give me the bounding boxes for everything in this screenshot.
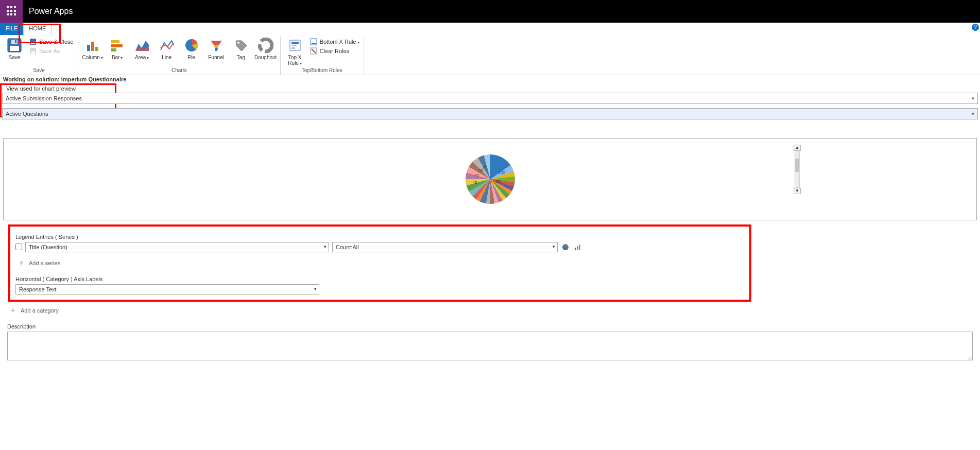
chart-area-button[interactable]: Area▾ <box>130 36 154 61</box>
view-dropdown-value: Active Submission Responses <box>6 95 82 101</box>
category-field-dropdown[interactable]: Response Text <box>15 284 319 295</box>
description-label: Description <box>7 323 973 330</box>
svg-rect-34 <box>291 47 295 49</box>
top-rule-icon <box>287 37 303 54</box>
bottomx-label: Bottom X Rule▾ <box>320 39 359 45</box>
svg-rect-16 <box>31 51 35 54</box>
plus-icon: + <box>18 259 25 267</box>
chevron-down-icon: ▾ <box>972 96 974 101</box>
svg-rect-10 <box>10 46 19 51</box>
save-as-button[interactable]: Save As <box>28 46 75 56</box>
series-checkbox[interactable] <box>15 244 22 250</box>
series-field-value: Title (Question) <box>29 244 67 250</box>
svg-rect-35 <box>311 39 317 45</box>
svg-marker-28 <box>215 48 218 51</box>
plus-icon: + <box>9 307 16 314</box>
annotation-red-box-saveclose <box>19 24 61 43</box>
bar-label: Bar▾ <box>112 55 123 61</box>
svg-rect-17 <box>87 45 90 51</box>
scroll-track[interactable] <box>795 151 800 188</box>
view-dropdown-primary[interactable]: Active Submission Responses ▾ <box>2 93 978 104</box>
pie-chart-icon <box>183 37 200 54</box>
top-x-rule-button[interactable]: Top X Rule▾ <box>283 36 307 66</box>
chart-funnel-button[interactable]: Funnel <box>204 36 229 60</box>
svg-rect-7 <box>10 13 12 15</box>
svg-rect-22 <box>111 48 116 51</box>
bottom-x-rule-button[interactable]: Bottom X Rule▾ <box>308 37 360 46</box>
svg-rect-11 <box>11 40 18 44</box>
save-as-label: Save As <box>39 48 60 54</box>
svg-point-30 <box>260 39 272 51</box>
ribbon-group-charts-label: Charts <box>80 66 278 75</box>
scroll-down-icon[interactable]: ▼ <box>794 188 801 194</box>
svg-rect-5 <box>14 10 16 12</box>
pie-chart-preview <box>466 154 515 204</box>
svg-rect-40 <box>575 248 576 250</box>
bar-chart-icon <box>109 37 126 54</box>
chevron-down-icon: ▾ <box>972 111 974 116</box>
svg-rect-2 <box>14 6 16 8</box>
svg-rect-4 <box>10 10 12 12</box>
svg-rect-18 <box>91 42 94 51</box>
view-dropdown-option[interactable]: Active Questions ▾ <box>2 108 978 119</box>
ribbon-group-save-label: Save <box>2 66 76 75</box>
svg-rect-42 <box>579 245 580 250</box>
add-category-button[interactable]: + Add a category <box>9 307 973 314</box>
svg-rect-12 <box>15 40 16 43</box>
clear-rules-button[interactable]: Clear Rules <box>308 46 360 56</box>
axis-section-title: Horizontal ( Category ) Axis Labels <box>15 276 744 282</box>
series-field-dropdown[interactable]: Title (Question) <box>25 242 329 252</box>
chart-doughnut-button[interactable]: Doughnut <box>253 36 278 60</box>
category-field-value: Response Text <box>19 286 57 292</box>
svg-rect-33 <box>291 45 297 46</box>
chart-preview-panel: 132 37 43 47 56 59 ▲ ▼ <box>3 138 977 220</box>
ribbon-tabstrip: FILE HOME ? <box>0 23 980 35</box>
doughnut-label: Doughnut <box>254 55 277 60</box>
add-category-label: Add a category <box>21 307 59 314</box>
legend-scrollbar[interactable]: ▲ ▼ <box>793 145 801 194</box>
edit-series-chart-type-icon[interactable] <box>561 243 570 252</box>
column-label: Column▾ <box>82 55 102 61</box>
description-textarea[interactable] <box>7 332 973 360</box>
chart-column-button[interactable]: Column▾ <box>80 36 105 61</box>
series-aggregate-dropdown[interactable]: Count:All <box>332 242 558 252</box>
line-label: Line <box>162 55 171 60</box>
svg-rect-20 <box>111 40 119 43</box>
svg-rect-0 <box>7 6 9 8</box>
column-chart-icon <box>84 37 101 54</box>
app-title: Power Apps <box>29 7 73 16</box>
chart-bar-button[interactable]: Bar▾ <box>105 36 130 61</box>
pie-slice-label: 37 <box>496 179 501 184</box>
svg-rect-19 <box>95 47 98 51</box>
pie-slice-label: 132 <box>498 170 505 175</box>
svg-rect-1 <box>10 6 12 8</box>
chart-pie-button[interactable]: Pie <box>179 36 204 60</box>
bottom-rule-icon <box>310 38 318 46</box>
add-series-button[interactable]: + Add a series <box>18 259 744 267</box>
line-chart-icon <box>159 37 175 54</box>
svg-rect-32 <box>291 42 299 44</box>
svg-rect-36 <box>312 43 316 44</box>
ribbon-group-charts: Column▾ Bar▾ Area▾ Line <box>78 36 281 75</box>
chart-tag-button[interactable]: Tag <box>229 36 253 60</box>
pie-label: Pie <box>187 55 195 60</box>
funnel-chart-icon <box>208 37 225 54</box>
waffle-icon <box>7 6 16 16</box>
chart-line-button[interactable]: Line <box>154 36 179 60</box>
help-icon[interactable]: ? <box>972 24 979 31</box>
series-aggregate-value: Count:All <box>336 244 359 250</box>
scroll-up-icon[interactable]: ▲ <box>794 145 801 151</box>
funnel-label: Funnel <box>208 55 224 60</box>
svg-rect-6 <box>7 13 9 15</box>
scroll-thumb[interactable] <box>795 159 799 172</box>
save-label: Save <box>9 55 21 60</box>
svg-rect-8 <box>14 13 16 15</box>
solution-breadcrumb: Working on solution: Imperium Questionna… <box>0 75 980 83</box>
tag-label: Tag <box>237 55 245 60</box>
svg-rect-21 <box>111 44 123 47</box>
edit-series-properties-icon[interactable] <box>573 243 582 252</box>
clear-rules-icon <box>310 47 318 55</box>
doughnut-chart-icon <box>257 37 274 54</box>
app-launcher-button[interactable] <box>0 0 23 23</box>
area-chart-icon <box>134 37 150 54</box>
